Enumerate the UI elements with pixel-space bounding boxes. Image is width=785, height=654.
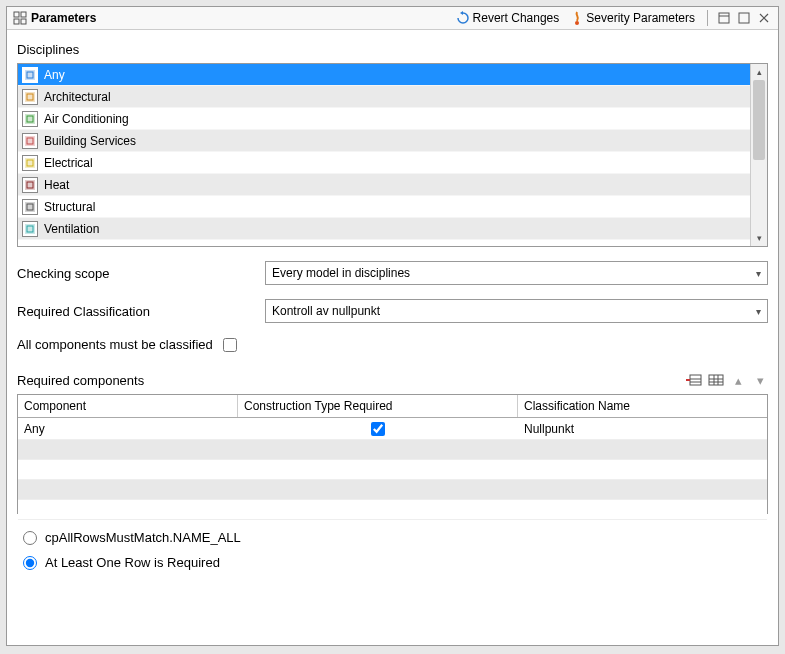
svg-rect-30 (709, 375, 723, 385)
discipline-icon (22, 221, 38, 237)
parameters-panel: Parameters Revert Changes Severity Param… (6, 6, 779, 646)
table-row-empty (18, 480, 767, 500)
discipline-item[interactable]: Air Conditioning (18, 108, 750, 130)
panel-title-text: Parameters (31, 11, 96, 25)
discipline-icon (22, 89, 38, 105)
scroll-up-icon[interactable]: ▴ (751, 64, 767, 80)
disciplines-listbox: AnyArchitecturalAir ConditioningBuilding… (17, 63, 768, 247)
panel-title: Parameters (13, 11, 96, 25)
discipline-label: Ventilation (44, 222, 99, 236)
required-classification-label: Required Classification (17, 304, 265, 319)
required-classification-select[interactable]: Kontroll av nullpunkt ▾ (265, 299, 768, 323)
discipline-label: Structural (44, 200, 95, 214)
svg-rect-26 (690, 375, 701, 385)
maximize-button[interactable] (736, 10, 752, 26)
discipline-label: Air Conditioning (44, 112, 129, 126)
disciplines-label: Disciplines (17, 42, 768, 57)
revert-label: Revert Changes (473, 11, 560, 25)
revert-icon (456, 11, 470, 25)
discipline-item[interactable]: Ventilation (18, 218, 750, 240)
col-classification-name[interactable]: Classification Name (518, 395, 767, 417)
discipline-icon (22, 111, 38, 127)
discipline-icon (22, 133, 38, 149)
panel-content: Disciplines AnyArchitecturalAir Conditio… (7, 30, 778, 645)
required-components-label: Required components (17, 373, 144, 388)
severity-icon (571, 11, 583, 25)
grid-header: Component Construction Type Required Cla… (18, 395, 767, 418)
radio-all-label: cpAllRowsMustMatch.NAME_ALL (45, 530, 241, 545)
cell-classification-name[interactable]: Nullpunkt (518, 418, 767, 439)
revert-changes-button[interactable]: Revert Changes (452, 10, 564, 26)
discipline-icon (22, 199, 38, 215)
radio-all-rows-must-match[interactable]: cpAllRowsMustMatch.NAME_ALL (23, 530, 762, 545)
minimize-button[interactable] (716, 10, 732, 26)
cell-component[interactable]: Any (18, 418, 238, 439)
match-mode-radio-group: cpAllRowsMustMatch.NAME_ALL At Least One… (17, 530, 768, 570)
col-component[interactable]: Component (18, 395, 238, 417)
svg-rect-2 (14, 19, 19, 24)
all-classified-label: All components must be classified (17, 337, 213, 352)
checking-scope-value: Every model in disciplines (272, 266, 410, 280)
severity-parameters-button[interactable]: Severity Parameters (567, 10, 699, 26)
svg-point-4 (575, 21, 579, 25)
discipline-item[interactable]: Architectural (18, 86, 750, 108)
chevron-down-icon: ▾ (756, 268, 761, 279)
titlebar: Parameters Revert Changes Severity Param… (7, 7, 778, 30)
move-up-button[interactable]: ▴ (730, 372, 746, 388)
chevron-down-icon: ▾ (756, 306, 761, 317)
table-row-empty (18, 440, 767, 460)
close-button[interactable] (756, 10, 772, 26)
discipline-label: Building Services (44, 134, 136, 148)
discipline-item[interactable]: Structural (18, 196, 750, 218)
parameters-icon (13, 11, 27, 25)
discipline-label: Any (44, 68, 65, 82)
svg-rect-5 (719, 13, 729, 23)
radio-all-input[interactable] (23, 531, 37, 545)
required-classification-value: Kontroll av nullpunkt (272, 304, 380, 318)
all-classified-checkbox[interactable] (223, 338, 237, 352)
required-components-toolbar: ▴ ▾ (686, 372, 768, 388)
table-row-empty (18, 500, 767, 520)
required-components-grid: Component Construction Type Required Cla… (17, 394, 768, 514)
table-row-empty (18, 460, 767, 480)
severity-label: Severity Parameters (586, 11, 695, 25)
grid-body: AnyNullpunkt (18, 418, 767, 520)
svg-rect-3 (21, 19, 26, 24)
svg-rect-0 (14, 12, 19, 17)
discipline-item[interactable]: Any (18, 64, 750, 86)
scrollbar-thumb[interactable] (753, 80, 765, 160)
discipline-icon (22, 67, 38, 83)
remove-row-button[interactable] (708, 372, 724, 388)
checking-scope-label: Checking scope (17, 266, 265, 281)
discipline-icon (22, 177, 38, 193)
add-row-button[interactable] (686, 372, 702, 388)
discipline-label: Architectural (44, 90, 111, 104)
col-construction-type-required[interactable]: Construction Type Required (238, 395, 518, 417)
scrollbar[interactable]: ▴ ▾ (750, 64, 767, 246)
discipline-label: Heat (44, 178, 69, 192)
discipline-item[interactable]: Heat (18, 174, 750, 196)
radio-one-input[interactable] (23, 556, 37, 570)
discipline-label: Electrical (44, 156, 93, 170)
discipline-item[interactable]: Building Services (18, 130, 750, 152)
scroll-down-icon[interactable]: ▾ (751, 230, 767, 246)
svg-rect-7 (739, 13, 749, 23)
ctr-checkbox[interactable] (371, 422, 385, 436)
cell-construction-type-required[interactable] (238, 418, 518, 439)
checking-scope-select[interactable]: Every model in disciplines ▾ (265, 261, 768, 285)
move-down-button[interactable]: ▾ (752, 372, 768, 388)
disciplines-list[interactable]: AnyArchitecturalAir ConditioningBuilding… (18, 64, 750, 246)
svg-rect-1 (21, 12, 26, 17)
discipline-item[interactable]: Electrical (18, 152, 750, 174)
radio-one-label: At Least One Row is Required (45, 555, 220, 570)
discipline-icon (22, 155, 38, 171)
radio-at-least-one-row[interactable]: At Least One Row is Required (23, 555, 762, 570)
table-row[interactable]: AnyNullpunkt (18, 418, 767, 440)
